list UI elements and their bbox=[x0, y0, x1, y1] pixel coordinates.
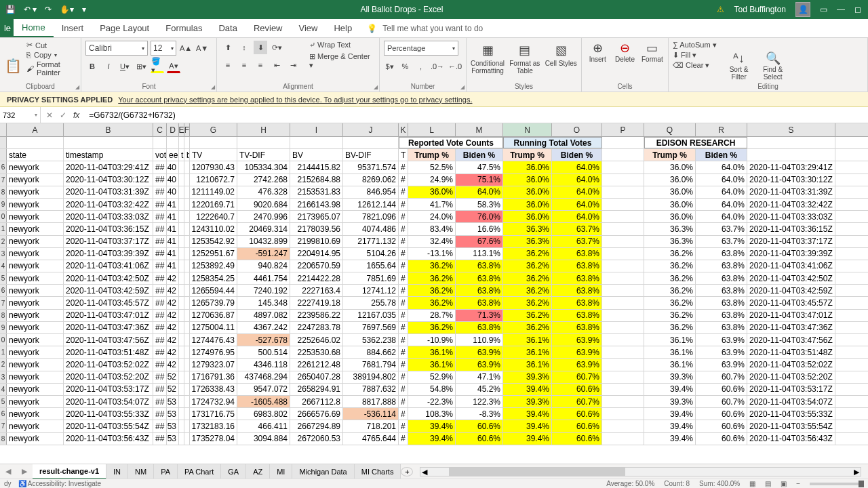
cell[interactable] bbox=[184, 211, 190, 222]
cell[interactable]: ## bbox=[153, 359, 167, 370]
cell[interactable] bbox=[602, 396, 644, 407]
cell[interactable]: # bbox=[399, 334, 408, 346]
cell[interactable]: 42 bbox=[167, 297, 179, 308]
cell[interactable]: 7821.096 bbox=[343, 211, 399, 222]
row-header[interactable]: 7 bbox=[0, 174, 7, 186]
cell[interactable]: 63.7% bbox=[552, 223, 602, 235]
cell[interactable]: 36.0% bbox=[408, 186, 456, 198]
cell[interactable]: 20469.314 bbox=[237, 223, 290, 235]
cell[interactable]: 1655.64 bbox=[343, 260, 399, 272]
row-header[interactable]: 8 bbox=[0, 186, 7, 198]
cell[interactable] bbox=[602, 186, 644, 198]
cell[interactable]: 2020-11-04T03:47:01Z bbox=[747, 310, 835, 321]
cell[interactable]: newyork bbox=[7, 384, 64, 395]
cell[interactable]: 39.4% bbox=[644, 420, 696, 432]
cell[interactable]: ## bbox=[153, 199, 167, 210]
cell[interactable]: 63.8% bbox=[552, 285, 602, 296]
cell[interactable]: 466.411 bbox=[237, 420, 290, 432]
cell[interactable]: # bbox=[399, 248, 408, 260]
cell[interactable]: 60.6% bbox=[456, 433, 503, 445]
cell[interactable]: # bbox=[399, 346, 408, 358]
cell[interactable]: 1253892.49 bbox=[190, 260, 237, 272]
cell[interactable]: 63.8% bbox=[696, 285, 747, 296]
cell[interactable]: 3094.884 bbox=[237, 433, 290, 445]
cell[interactable]: 2470.996 bbox=[237, 211, 290, 222]
cell[interactable]: 2020-11-04T03:31:39Z bbox=[64, 186, 153, 198]
col-R[interactable]: R bbox=[696, 123, 747, 136]
row-header[interactable]: 2 bbox=[0, 236, 7, 247]
cell[interactable]: 60.7% bbox=[696, 371, 747, 383]
name-box[interactable]: 732▾ bbox=[0, 107, 41, 123]
cell[interactable]: 2206570.59 bbox=[290, 260, 343, 272]
cell[interactable]: ## bbox=[153, 211, 167, 222]
cell[interactable]: 36.0% bbox=[644, 174, 696, 186]
cell[interactable]: 53 bbox=[167, 433, 179, 445]
cell[interactable] bbox=[602, 211, 644, 222]
cell[interactable]: 2020-11-04T03:31:39Z bbox=[747, 186, 835, 198]
increase-decimal-icon[interactable]: .0→ bbox=[431, 60, 444, 73]
sheet-tab[interactable]: result-change-v1 bbox=[33, 464, 106, 479]
cell[interactable]: 41 bbox=[167, 211, 179, 222]
autosum-button[interactable]: ∑ AutoSum ▾ bbox=[673, 41, 717, 49]
cell[interactable]: 2020-11-04T03:33:03Z bbox=[64, 211, 153, 222]
cell[interactable]: 63.8% bbox=[552, 248, 602, 260]
italic-button[interactable]: I bbox=[102, 60, 115, 73]
cell[interactable]: -13.1% bbox=[408, 248, 456, 260]
increase-font-icon[interactable]: A▲ bbox=[179, 41, 193, 55]
cell[interactable]: 2020-11-04T03:30:12Z bbox=[747, 174, 835, 186]
cell[interactable]: 83.4% bbox=[408, 223, 456, 235]
cell[interactable]: ## bbox=[153, 272, 167, 284]
col-P[interactable]: P bbox=[602, 123, 644, 136]
cell[interactable]: -10.9% bbox=[408, 334, 456, 346]
cell[interactable] bbox=[184, 272, 190, 284]
cell[interactable]: 5362.238 bbox=[343, 334, 399, 346]
cell[interactable]: 64.0% bbox=[696, 186, 747, 198]
cell[interactable]: 1279323.07 bbox=[190, 359, 237, 370]
ribbon-display-icon[interactable]: ▭ bbox=[820, 5, 827, 14]
cell[interactable]: ## bbox=[153, 186, 167, 198]
sheet-tab[interactable]: PA Chart bbox=[178, 464, 221, 479]
cell[interactable]: # bbox=[399, 199, 408, 210]
cell[interactable]: 1258354.25 bbox=[190, 272, 237, 284]
cell[interactable]: 64.0% bbox=[456, 186, 503, 198]
cell[interactable]: 2166143.98 bbox=[290, 199, 343, 210]
sheet-tab[interactable]: NM bbox=[128, 464, 154, 479]
col-N[interactable]: N bbox=[503, 123, 552, 136]
cell[interactable]: 36.2% bbox=[644, 272, 696, 284]
cell[interactable]: 36.2% bbox=[503, 248, 552, 260]
redo-icon[interactable]: ↷ bbox=[45, 5, 52, 14]
cell[interactable]: 39.3% bbox=[503, 371, 552, 383]
cell[interactable]: # bbox=[399, 211, 408, 222]
cell[interactable]: 110.9% bbox=[456, 334, 503, 346]
col-I[interactable]: I bbox=[290, 123, 343, 136]
cell[interactable]: 52.9% bbox=[408, 371, 456, 383]
cell[interactable]: 7240.192 bbox=[237, 285, 290, 296]
cell[interactable] bbox=[602, 236, 644, 247]
cell[interactable]: 36.2% bbox=[503, 272, 552, 284]
decrease-decimal-icon[interactable]: ←.0 bbox=[448, 60, 462, 73]
cell[interactable]: 7697.569 bbox=[343, 322, 399, 333]
cell[interactable]: ## bbox=[153, 371, 167, 383]
cell[interactable]: 2020-11-04T03:29:41Z bbox=[64, 161, 153, 173]
cell[interactable]: ## bbox=[153, 161, 167, 173]
cell[interactable]: 1270636.87 bbox=[190, 310, 237, 321]
cell[interactable] bbox=[179, 384, 184, 395]
cell[interactable]: 39.4% bbox=[503, 420, 552, 432]
cell[interactable]: 42 bbox=[167, 272, 179, 284]
cell[interactable]: 63.8% bbox=[552, 297, 602, 308]
sheet-nav-prev-icon[interactable]: ◀ bbox=[0, 467, 16, 476]
cell[interactable]: 39.4% bbox=[503, 433, 552, 445]
cell[interactable] bbox=[184, 199, 190, 210]
cell[interactable]: 2020-11-04T03:53:17Z bbox=[64, 384, 153, 395]
cell[interactable]: 36.0% bbox=[503, 186, 552, 198]
cell[interactable]: 36.0% bbox=[503, 199, 552, 210]
cell[interactable]: ## bbox=[153, 297, 167, 308]
cell[interactable]: 2020-11-04T03:41:06Z bbox=[747, 260, 835, 272]
cell[interactable] bbox=[179, 346, 184, 358]
col-O[interactable]: O bbox=[552, 123, 602, 136]
cell[interactable]: ## bbox=[153, 223, 167, 235]
cell[interactable]: 4346.118 bbox=[237, 359, 290, 370]
cell[interactable]: 64.0% bbox=[552, 186, 602, 198]
cell[interactable]: 36.2% bbox=[408, 285, 456, 296]
cell[interactable] bbox=[602, 248, 644, 260]
